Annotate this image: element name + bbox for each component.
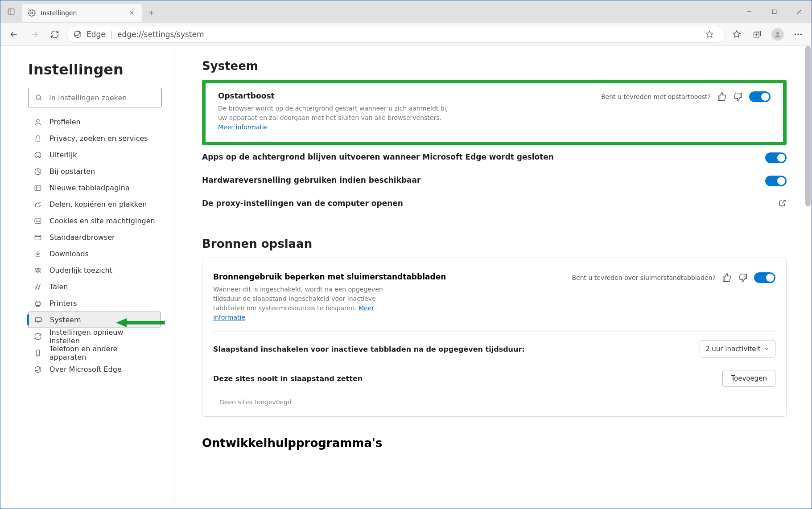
sidebar-item-standaardbrowser[interactable]: Standaardbrowser	[28, 229, 161, 246]
star-lines-icon	[732, 29, 742, 39]
startup-boost-toggle[interactable]	[749, 91, 771, 102]
sleeping-tabs-card: Bronnengebruik beperken met sluimerstand…	[202, 258, 787, 417]
external-link-icon	[779, 199, 787, 207]
favorites-button[interactable]	[728, 25, 746, 43]
add-site-button[interactable]: Toevoegen	[722, 370, 775, 387]
browser-tab[interactable]: Instellingen	[22, 4, 142, 22]
sleeping-tabs-toggle[interactable]	[754, 272, 775, 283]
sidebar-item-nieuwe-tabbladpagina[interactable]: Nieuwe tabbladpagina	[28, 180, 161, 196]
collections-icon	[753, 30, 762, 39]
thumbs-down-button[interactable]	[738, 273, 748, 283]
sidebar-item-label: Instellingen opnieuw instellen	[49, 328, 155, 345]
lock-icon	[33, 135, 42, 143]
close-window-button[interactable]	[787, 0, 812, 23]
sidebar-item-bij-opstarten[interactable]: Bij opstarten	[28, 163, 161, 180]
minimize-icon	[746, 8, 752, 15]
arrow-left-icon	[9, 29, 19, 39]
sidebar-item-privacy-zoeken-en-services[interactable]: Privacy, zoeken en services	[28, 130, 161, 147]
svg-point-7	[797, 33, 799, 35]
hardware-accel-toggle[interactable]	[765, 176, 787, 186]
refresh-button[interactable]	[46, 25, 64, 43]
thumbs-up-button[interactable]	[722, 273, 732, 283]
sidebar-item-over-microsoft-edge[interactable]: Over Microsoft Edge	[28, 361, 161, 378]
background-apps-label: Apps op de achtergrond blijven uitvoeren…	[202, 152, 757, 161]
new-tab-button[interactable]	[142, 4, 160, 22]
svg-point-6	[795, 33, 796, 35]
sidebar-item-label: Talen	[49, 283, 68, 291]
back-button[interactable]	[5, 25, 23, 43]
startup-boost-learn-more-link[interactable]: Meer informatie	[218, 123, 268, 131]
sleep-timeout-label: Slaapstand inschakelen voor inactieve ta…	[213, 345, 525, 353]
svg-rect-11	[36, 138, 40, 141]
language-icon	[33, 283, 42, 291]
toolbar: Edge | edge://settings/system	[0, 23, 812, 46]
sidebar-item-label: Standaardbrowser	[49, 233, 115, 242]
sidebar-item-ouderlijk-toezicht[interactable]: Ouderlijk toezicht	[28, 262, 161, 279]
sidebar-item-systeem[interactable]: Systeem	[28, 312, 161, 328]
browser-window: Instellingen Edge | edge://settings/syst…	[0, 0, 812, 509]
share-icon	[33, 201, 42, 209]
search-icon	[35, 94, 43, 102]
sidebar-item-uiterlijk[interactable]: Uiterlijk	[28, 147, 161, 163]
sidebar-item-downloads[interactable]: Downloads	[28, 246, 161, 262]
svg-rect-0	[8, 9, 14, 14]
sidebar-title: Instellingen	[28, 61, 161, 78]
refresh-icon	[50, 30, 59, 39]
startup-boost-feedback-text: Bent u tevreden met opstartboost?	[601, 93, 711, 100]
thumbs-down-button[interactable]	[733, 92, 743, 102]
titlebar: Instellingen	[0, 0, 812, 23]
chevron-down-icon	[763, 346, 770, 352]
sidebar-item-label: Systeem	[50, 316, 81, 324]
sidebar-item-profielen[interactable]: Profielen	[28, 114, 161, 130]
background-apps-toggle[interactable]	[765, 152, 787, 163]
thumbs-up-icon	[717, 92, 727, 102]
close-tab-button[interactable]	[129, 10, 137, 16]
addr-separator: |	[110, 29, 113, 39]
sidebar-item-delen-kopi-ren-en-plakken[interactable]: Delen, kopiëren en plakken	[28, 196, 161, 213]
sidebar-item-label: Nieuwe tabbladpagina	[49, 184, 130, 192]
sidebar-item-telefoon-en-andere-apparaten[interactable]: Telefoon en andere apparaten	[28, 345, 161, 361]
sidebar-item-label: Delen, kopiëren en plakken	[49, 200, 147, 209]
phone-icon	[33, 349, 42, 357]
svg-point-21	[38, 268, 41, 270]
sidebar-item-printers[interactable]: Printers	[28, 295, 161, 312]
settings-sidebar: Instellingen ProfielenPrivacy, zoeken en…	[0, 46, 174, 509]
favorite-button[interactable]	[701, 25, 718, 43]
sidebar-item-talen[interactable]: Talen	[28, 279, 161, 295]
settings-search-box[interactable]	[28, 88, 162, 107]
close-icon	[796, 8, 803, 15]
svg-rect-19	[35, 235, 41, 240]
svg-point-25	[37, 354, 38, 355]
svg-point-18	[39, 221, 40, 222]
forward-button	[25, 25, 43, 43]
sleeping-tabs-desc: Wanneer dit is ingeschakeld, wordt na ee…	[213, 285, 400, 322]
download-icon	[33, 250, 42, 258]
profile-icon	[33, 118, 42, 126]
sidebar-item-label: Profielen	[49, 118, 81, 126]
sleep-timeout-select[interactable]: 2 uur inactiviteit	[700, 341, 775, 357]
scrollbar-thumb[interactable]	[805, 46, 811, 206]
tab-actions-button[interactable]	[0, 0, 22, 23]
sidebar-item-label: Bij opstarten	[49, 167, 95, 176]
address-bar[interactable]: Edge | edge://settings/system	[66, 26, 725, 43]
sidebar-item-instellingen-opnieuw-instellen[interactable]: Instellingen opnieuw instellen	[28, 328, 161, 345]
thumbs-up-button[interactable]	[717, 92, 727, 102]
maximize-button[interactable]	[762, 0, 787, 23]
never-sleep-label: Deze sites nooit in slaapstand zetten	[213, 374, 363, 383]
collections-button[interactable]	[748, 25, 766, 43]
startup-boost-title: Opstartboost	[218, 91, 593, 100]
scrollbar[interactable]	[804, 46, 811, 509]
minimize-button[interactable]	[737, 0, 762, 23]
content-area: Instellingen ProfielenPrivacy, zoeken en…	[0, 46, 812, 509]
cookies-icon	[33, 217, 42, 225]
sidebar-item-label: Uiterlijk	[49, 151, 77, 159]
more-button[interactable]	[789, 25, 807, 43]
profile-button[interactable]	[769, 25, 787, 43]
startup-boost-desc: De browser wordt op de achtergrond gesta…	[218, 104, 450, 132]
proxy-settings-row[interactable]: De proxy-instellingen van de computer op…	[202, 193, 787, 217]
settings-search-input[interactable]	[49, 94, 155, 102]
svg-point-5	[776, 32, 779, 34]
sidebar-item-label: Cookies en site machtigingen	[49, 217, 155, 225]
browser-icon	[33, 234, 42, 242]
sidebar-item-cookies-en-site-machtigingen[interactable]: Cookies en site machtigingen	[28, 213, 161, 229]
